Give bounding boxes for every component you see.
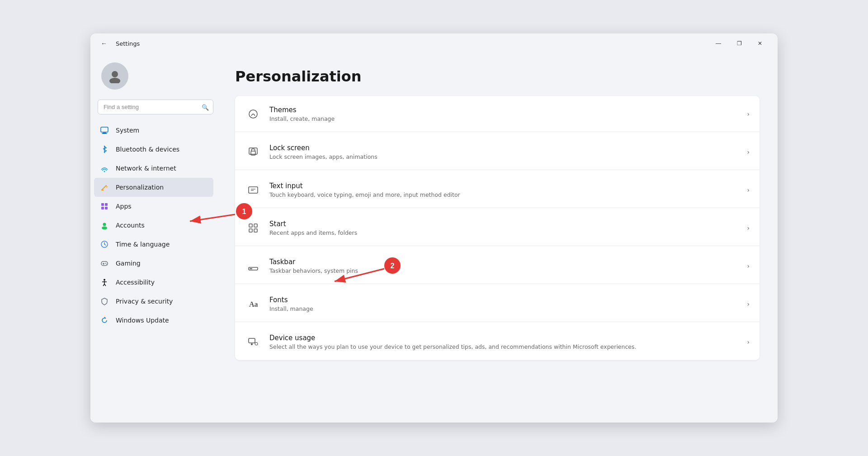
lock-screen-title: Lock screen [269,144,739,152]
maximize-button[interactable]: ❐ [729,36,750,51]
fonts-desc: Install, manage [269,305,739,312]
device-usage-chevron: › [747,338,750,346]
svg-point-5 [104,171,105,172]
sidebar-item-update[interactable]: Windows Update [94,311,213,330]
fonts-icon: Aa [245,296,261,312]
window-controls: — ❐ ✕ [708,36,770,51]
start-desc: Recent apps and items, folders [269,229,739,236]
svg-point-1 [109,78,120,83]
nav-list: System Bluetooth & devices Network & int… [94,121,217,330]
main-content: Personalization Themes Install, create, … [217,53,778,423]
text-input-icon [245,182,261,198]
search-icon: 🔍 [202,104,209,110]
privacy-icon [99,296,109,306]
device-usage-title: Device usage [269,334,739,342]
settings-item-start[interactable]: Start Recent apps and items, folders › [235,210,760,246]
settings-item-themes[interactable]: Themes Install, create, manage › [235,96,760,132]
svg-line-6 [102,185,106,190]
svg-rect-38 [254,229,257,232]
device-usage-text: Device usage Select all the ways you pla… [269,334,739,350]
lock-screen-desc: Lock screen images, apps, animations [269,153,739,160]
svg-rect-10 [105,203,108,206]
svg-point-14 [102,227,107,230]
personalization-icon [99,182,109,192]
titlebar-title: Settings [116,40,140,47]
settings-item-lock-screen[interactable]: Lock screen Lock screen images, apps, an… [235,134,760,170]
avatar[interactable] [101,62,128,90]
accessibility-icon [99,277,109,287]
lock-screen-icon [245,144,261,160]
sidebar-item-label-system: System [116,127,139,134]
sidebar-item-gaming[interactable]: Gaming [94,254,213,273]
svg-marker-28 [104,317,106,318]
taskbar-desc: Taskbar behaviors, system pins [269,267,739,274]
page-title: Personalization [235,68,760,85]
window-content: 🔍 System Bluetooth & devices Network & i… [90,53,778,423]
svg-point-0 [112,71,118,77]
text-input-text: Text input Touch keyboard, voice typing,… [269,182,739,198]
svg-rect-8 [101,190,104,190]
accounts-icon [99,220,109,230]
start-title: Start [269,220,739,228]
fonts-chevron: › [747,300,750,308]
sidebar-item-apps[interactable]: Apps [94,197,213,216]
sidebar-item-label-accessibility: Accessibility [116,279,155,286]
svg-rect-11 [101,207,104,209]
svg-line-27 [104,284,106,286]
svg-line-17 [104,244,106,245]
sidebar-item-accounts[interactable]: Accounts [94,216,213,235]
start-chevron: › [747,224,750,232]
sidebar-item-label-privacy: Privacy & security [116,298,173,305]
svg-rect-37 [249,229,252,232]
apps-icon [99,201,109,211]
bluetooth-icon [99,144,109,154]
sidebar-item-bluetooth[interactable]: Bluetooth & devices [94,140,213,159]
close-button[interactable]: ✕ [750,36,770,51]
sidebar-item-privacy[interactable]: Privacy & security [94,292,213,311]
taskbar-icon [245,258,261,274]
themes-title: Themes [269,106,739,114]
svg-rect-32 [249,187,258,193]
sidebar-item-network[interactable]: Network & internet [94,159,213,178]
text-input-title: Text input [269,182,739,190]
system-icon [99,125,109,135]
svg-point-23 [104,279,105,281]
lock-screen-chevron: › [747,148,750,156]
sidebar-item-time[interactable]: Time & language [94,235,213,254]
minimize-button[interactable]: — [708,36,729,51]
settings-item-taskbar[interactable]: Taskbar Taskbar behaviors, system pins › [235,248,760,284]
back-button[interactable]: ← [98,37,110,50]
sidebar-item-system[interactable]: System [94,121,213,140]
svg-point-22 [106,264,107,265]
fonts-text: Fonts Install, manage [269,296,739,312]
svg-rect-12 [105,207,108,209]
svg-text:Aa: Aa [249,300,258,308]
svg-marker-7 [106,185,108,188]
sidebar-item-label-network: Network & internet [116,165,176,172]
svg-rect-9 [101,203,104,206]
themes-text: Themes Install, create, manage [269,106,739,122]
themes-icon [245,106,261,122]
svg-point-13 [103,223,106,226]
svg-rect-35 [249,224,252,227]
settings-item-device-usage[interactable]: Device usage Select all the ways you pla… [235,324,760,360]
update-icon [99,315,109,325]
taskbar-title: Taskbar [269,258,739,266]
network-icon [99,163,109,173]
settings-item-text-input[interactable]: Text input Touch keyboard, voice typing,… [235,172,760,208]
device-usage-desc: Select all the ways you plan to use your… [269,343,739,350]
sidebar-item-label-bluetooth: Bluetooth & devices [116,146,179,153]
sidebar-item-label-time: Time & language [116,241,170,248]
settings-window: ← Settings — ❐ ✕ 🔍 [90,33,778,423]
search-input[interactable] [98,100,213,114]
settings-item-fonts[interactable]: Aa Fonts Install, manage › [235,286,760,322]
user-avatar-section [94,57,217,99]
svg-rect-36 [254,224,257,227]
taskbar-chevron: › [747,262,750,270]
svg-rect-2 [101,127,108,132]
sidebar-item-personalization[interactable]: Personalization [94,178,213,197]
themes-desc: Install, create, manage [269,115,739,122]
sidebar-item-accessibility[interactable]: Accessibility [94,273,213,292]
device-usage-icon [245,334,261,350]
text-input-chevron: › [747,186,750,194]
